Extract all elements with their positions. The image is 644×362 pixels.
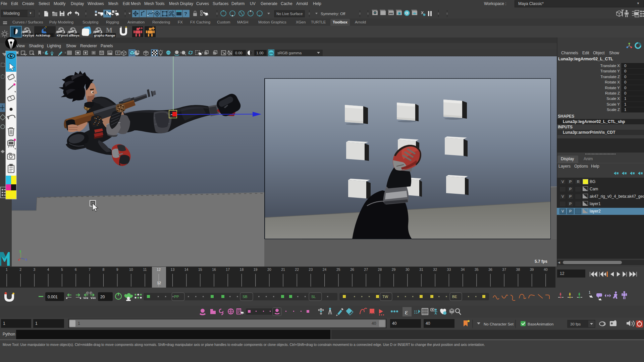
- svg-text:37: 37: [502, 267, 506, 272]
- svg-text:graphzc: graphzc: [94, 34, 106, 37]
- svg-text:23: 23: [309, 267, 313, 272]
- svg-text:13: 13: [171, 267, 175, 272]
- svg-text:2: 2: [19, 267, 21, 272]
- svg-text:26: 26: [350, 267, 354, 272]
- svg-text:4: 4: [47, 267, 49, 272]
- svg-text:39: 39: [530, 267, 534, 272]
- svg-text:22: 22: [295, 267, 299, 272]
- svg-text:0.001: 0.001: [48, 295, 58, 299]
- svg-text:38: 38: [516, 267, 520, 272]
- svg-text:GN: GN: [269, 52, 273, 55]
- svg-text:30 fps: 30 fps: [570, 322, 581, 326]
- svg-text:1: 1: [6, 267, 8, 272]
- svg-text:0.00: 0.00: [235, 51, 242, 55]
- svg-text:33: 33: [447, 267, 451, 272]
- svg-text:10: 10: [129, 267, 133, 272]
- svg-text:6: 6: [75, 267, 77, 272]
- svg-text:x: x: [18, 258, 20, 261]
- svg-text:sRGB gamma: sRGB gamma: [277, 51, 302, 55]
- svg-text:27: 27: [364, 267, 368, 272]
- svg-text:17: 17: [226, 267, 230, 272]
- svg-text:12: 12: [157, 281, 161, 285]
- svg-text:allkeys: allkeys: [69, 34, 79, 37]
- svg-text:ε: ε: [405, 308, 408, 316]
- svg-text:32: 32: [433, 267, 437, 272]
- svg-text:KFproS: KFproS: [57, 34, 68, 37]
- svg-text:29: 29: [392, 267, 396, 272]
- svg-text:TW: TW: [382, 295, 388, 299]
- svg-text:No Live Surface: No Live Surface: [276, 12, 303, 16]
- svg-text:18: 18: [240, 267, 244, 272]
- svg-text:z: z: [25, 258, 27, 261]
- svg-text:S: S: [87, 292, 89, 294]
- svg-text:Range: Range: [105, 34, 115, 37]
- svg-text:12: 12: [157, 267, 161, 272]
- svg-text:1.00: 1.00: [256, 51, 263, 55]
- svg-text:No Character Set: No Character Set: [484, 322, 514, 326]
- svg-text:11: 11: [143, 267, 147, 272]
- svg-text:34: 34: [461, 267, 465, 272]
- svg-text:Symmetry: Off: Symmetry: Off: [321, 12, 345, 16]
- svg-text:S: S: [91, 292, 92, 294]
- svg-text:y: y: [19, 249, 21, 253]
- svg-text:14: 14: [184, 267, 189, 272]
- svg-text:BaseAnimation: BaseAnimation: [528, 322, 553, 326]
- svg-text:30: 30: [406, 267, 410, 272]
- svg-text:SL: SL: [311, 295, 316, 299]
- svg-text:BE: BE: [452, 295, 457, 299]
- svg-text:AckSetup: AckSetup: [36, 34, 50, 37]
- svg-text:9: 9: [116, 267, 118, 272]
- svg-text:KeySyn: KeySyn: [22, 34, 34, 37]
- svg-text:15: 15: [198, 267, 202, 272]
- svg-text:7: 7: [89, 267, 91, 272]
- svg-text:5.7 fps: 5.7 fps: [535, 259, 547, 264]
- svg-text:16: 16: [212, 267, 216, 272]
- svg-text:28: 28: [378, 267, 382, 272]
- svg-text:20: 20: [267, 267, 271, 272]
- svg-text:1: 1: [589, 291, 591, 294]
- svg-text:8: 8: [102, 267, 104, 272]
- svg-text:T: T: [117, 51, 119, 55]
- svg-text:25: 25: [336, 267, 340, 272]
- svg-text:21: 21: [281, 267, 285, 272]
- svg-text:M: M: [106, 26, 112, 34]
- svg-text:36: 36: [488, 267, 492, 272]
- svg-text:20: 20: [100, 295, 105, 299]
- svg-text:40: 40: [544, 267, 548, 272]
- svg-text:24: 24: [323, 267, 327, 272]
- svg-text:SB: SB: [243, 295, 248, 299]
- svg-text:35: 35: [475, 267, 479, 272]
- svg-text:31: 31: [419, 267, 423, 272]
- svg-text:3: 3: [33, 267, 35, 272]
- svg-text:5: 5: [61, 267, 63, 272]
- svg-text:19: 19: [254, 267, 258, 272]
- svg-text:IPR: IPR: [389, 12, 393, 15]
- svg-text:PP: PP: [174, 295, 179, 299]
- svg-text:?: ?: [184, 11, 187, 16]
